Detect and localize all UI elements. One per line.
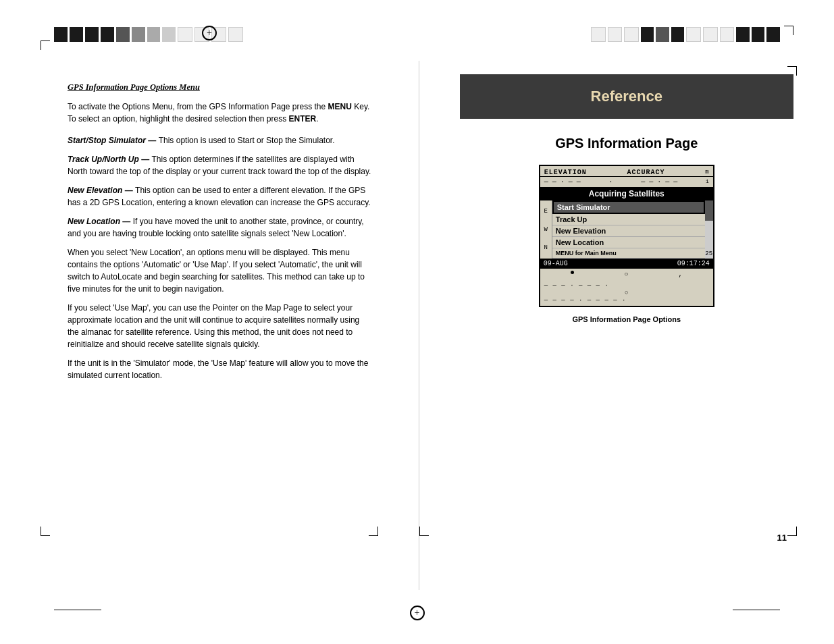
option-label-2: Track Up/North Up [68, 155, 139, 164]
dash-1: — [148, 136, 158, 145]
corner-tl [41, 41, 50, 50]
dash-4: — [122, 217, 132, 226]
option-label-3: New Elevation [68, 186, 122, 195]
signal-dot-row: ○ [544, 290, 709, 296]
dashes-left: — — · — — [544, 178, 581, 186]
dash-3: — [125, 186, 135, 195]
sat-bars: E W N [540, 200, 552, 259]
crosshair-top [202, 26, 217, 41]
corner-bl-left [41, 527, 50, 536]
device-screen: ELEVATION ACCURACY m — — · — — · — — · —… [539, 165, 714, 307]
corner-tr-right [787, 66, 797, 76]
option-label-1: Start/Stop Simulator [68, 136, 146, 145]
screen-dashes: — — · — — · — — · — — 1 [540, 177, 713, 187]
corner-tr-left [369, 527, 378, 536]
right-column: Reference GPS Information Page ELEVATION… [419, 61, 834, 590]
bottom-bar [0, 590, 834, 644]
screen-signal-bars: — — — · — — — · ○ — — — — · — — — — · [540, 280, 713, 306]
menu-area: E W N Start Simulator Track Up New Eleva… [540, 200, 713, 259]
corner-tr [784, 26, 793, 35]
page-container: GPS Information Page Options Menu To act… [0, 0, 834, 644]
menu-item-new-location: New Location [552, 237, 705, 248]
screen-dots: ○ , [540, 269, 713, 280]
screen-caption: GPS Information Page Options [460, 315, 793, 323]
scroll-number: 25 [705, 221, 713, 259]
option-new-elevation: New Elevation — This option can be used … [68, 184, 371, 209]
sup-one: 1 [706, 178, 709, 186]
screen-footer: 09-AUG 09:17:24 [540, 259, 713, 269]
scrollbar: 25 [705, 200, 713, 259]
menu-item-track-up: Track Up [552, 214, 705, 225]
section-title: GPS Information Page Options Menu [68, 81, 371, 94]
right-rule [733, 610, 780, 610]
dashes-right: — — · — — [641, 178, 677, 186]
screen-header-accuracy: ACCURACY [627, 169, 665, 176]
sat-bar-w: W [544, 226, 548, 233]
option-start-stop: Start/Stop Simulator — This option is us… [68, 134, 371, 146]
reference-label: Reference [591, 88, 662, 105]
signal-line-2: — — — — · — — — — · [544, 297, 709, 304]
reference-header: Reference [460, 74, 793, 119]
option-text-1: This option is used to Start or Stop the… [159, 136, 335, 145]
option-track-up: Track Up/North Up — This option determin… [68, 153, 371, 178]
sat-bar-n: N [544, 244, 548, 251]
paragraph-2: If you select 'Use Map', you can use the… [68, 302, 371, 350]
menu-item-main-menu: MENU for Main Menu [552, 248, 705, 259]
dash-2: — [141, 155, 151, 164]
dot-center: · [608, 178, 613, 186]
page-number: 11 [777, 533, 787, 543]
sat-bar-e: E [544, 208, 548, 215]
menu-options: Start Simulator Track Up New Elevation N… [552, 200, 705, 259]
menu-item-start-simulator: Start Simulator [552, 200, 705, 214]
dot-1 [571, 271, 574, 274]
signal-line-1: — — — · — — — · [544, 282, 709, 289]
acquiring-bar: Acquiring Satellites [540, 187, 713, 200]
menu-key: MENU [328, 102, 352, 111]
footer-time: 09:17:24 [677, 260, 710, 267]
gps-info-page-title: GPS Information Page [460, 136, 793, 151]
enter-key: ENTER [289, 114, 317, 124]
main-content: GPS Information Page Options Menu To act… [0, 61, 834, 590]
intro-text: To activate the Options Menu, from the G… [68, 101, 371, 125]
option-label-4: New Location [68, 217, 120, 226]
dot-label-1: ○ [624, 271, 628, 278]
left-column: GPS Information Page Options Menu To act… [0, 61, 419, 590]
top-strip-right [591, 27, 780, 42]
paragraph-3: If the unit is in the 'Simulator' mode, … [68, 357, 371, 381]
screen-header: ELEVATION ACCURACY m [540, 166, 713, 177]
paragraph-1: When you select 'New Location', an optio… [68, 246, 371, 295]
screen-accuracy-unit: m [705, 169, 708, 176]
crosshair-bottom [410, 606, 425, 620]
scrollbar-thumb [705, 200, 713, 221]
menu-item-new-elevation: New Elevation [552, 225, 705, 237]
corner-br-right [787, 527, 797, 536]
dot-label-2: , [679, 271, 683, 278]
corner-bl-right [419, 527, 429, 536]
screen-header-elevation: ELEVATION [544, 169, 587, 176]
option-new-location: New Location — If you have moved the uni… [68, 215, 371, 240]
left-rule [54, 610, 101, 610]
footer-date: 09-AUG [544, 260, 568, 267]
